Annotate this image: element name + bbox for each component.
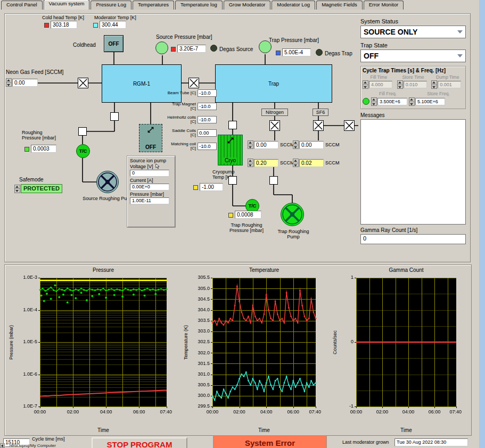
neon-gas-feed-control[interactable]: 0.00 <box>6 78 38 87</box>
sf6-setpoint-control[interactable]: 0.00 SCCM <box>293 140 340 149</box>
valve-square[interactable] <box>269 176 278 185</box>
trap-state-select[interactable]: OFF <box>360 49 466 62</box>
sccm-unit-label: SCCM <box>325 160 340 165</box>
nitrogen-flow-value[interactable]: 0.20 <box>254 159 278 167</box>
spinner-down-icon[interactable] <box>248 163 253 167</box>
neon-gas-feed-value[interactable]: 0.00 <box>12 79 38 87</box>
chart-title: Gamma Count <box>356 267 456 273</box>
sccm-unit-label: SCCM <box>280 142 294 147</box>
spinner-control[interactable] <box>293 140 299 149</box>
valve-square[interactable] <box>228 176 237 185</box>
sf6-flow-value[interactable]: 0.02 <box>299 159 324 167</box>
tab[interactable]: Moderator Log <box>272 1 315 10</box>
spinner-down-icon[interactable] <box>15 189 20 193</box>
spinner-control[interactable] <box>6 78 12 87</box>
valve-icon[interactable] <box>269 120 280 131</box>
store-time-value[interactable]: 0.010 <box>404 81 427 88</box>
trap-roughing-pump <box>281 203 304 226</box>
spinner-up-icon[interactable] <box>248 159 253 163</box>
source-pressure-indicator <box>171 47 176 52</box>
spinner-down-icon[interactable] <box>248 145 253 149</box>
degas-source-led[interactable] <box>210 45 217 52</box>
trap-state-value: OFF <box>364 52 379 60</box>
system-error-indicator: System Error <box>213 435 327 448</box>
spinner-down-icon[interactable] <box>372 102 376 106</box>
tab-label: Control Panel <box>6 2 37 7</box>
nitrogen-setpoint-control[interactable]: 0.00 SCCM <box>248 140 294 149</box>
tab[interactable]: Vacuum system <box>44 0 90 10</box>
spinner-up-icon[interactable] <box>293 159 298 163</box>
spinner-control[interactable] <box>371 97 377 106</box>
moderator-temp-label: Moderator Temp [K] <box>94 15 136 20</box>
diagonal-arrow-icon <box>227 137 234 144</box>
nitrogen-setpoint-value[interactable]: 0.00 <box>254 141 278 149</box>
roughing-pressure-indicator <box>24 147 29 152</box>
spinner-up-icon[interactable] <box>409 98 414 102</box>
valve-square[interactable] <box>78 127 87 136</box>
fill-time-value[interactable]: 4.000 <box>369 81 392 88</box>
spinner-control[interactable] <box>409 97 415 106</box>
spinner-control[interactable] <box>14 185 20 193</box>
spinner-up-icon[interactable] <box>15 185 20 189</box>
degas-trap-led[interactable] <box>316 49 323 56</box>
sf6-flow-control[interactable]: 0.02 SCCM <box>293 159 340 167</box>
tab[interactable]: Control Panel <box>1 1 43 10</box>
spinner-up-icon[interactable] <box>398 81 402 85</box>
cryopump-temp-value: -1.00 <box>200 183 223 191</box>
valve-square[interactable] <box>110 112 119 121</box>
spinner-control[interactable] <box>363 80 368 89</box>
system-status-select[interactable]: SOURCE ONLY <box>360 26 466 38</box>
trap-pressure-label: Trap Pressure [mbar] <box>269 37 319 43</box>
valve-icon[interactable] <box>78 78 88 88</box>
valve-square[interactable] <box>228 121 237 129</box>
source-ion-pump-valve[interactable]: OFF <box>139 124 162 152</box>
spinner-control[interactable] <box>248 140 253 149</box>
stop-program-button[interactable]: STOP PROGRAM <box>92 437 187 448</box>
trap-pressure-indicator <box>276 51 281 55</box>
tab[interactable]: Magnetic Fields <box>316 1 363 10</box>
fan-icon <box>97 171 118 193</box>
spinner-up-icon[interactable] <box>248 141 253 145</box>
source-roughing-pump-label: Source Roughing Pump <box>83 196 134 201</box>
coldhead-off-button[interactable]: OFF <box>104 35 124 52</box>
pressure-chart-canvas <box>15 273 175 424</box>
spinner-control[interactable] <box>431 80 437 89</box>
sf6-setpoint-value[interactable]: 0.00 <box>299 141 324 149</box>
spinner-down-icon[interactable] <box>6 83 11 87</box>
dump-time-value[interactable]: 0.001 <box>438 81 461 88</box>
spinner-up-icon[interactable] <box>363 81 368 85</box>
spinner-down-icon[interactable] <box>409 102 414 106</box>
spinner-control[interactable] <box>248 159 253 167</box>
spinner-up-icon[interactable] <box>372 98 376 102</box>
taskbar-fragment: ...ntrol.lvproj/My Computer <box>0 443 101 448</box>
tab[interactable]: Grow Moderator <box>224 1 271 10</box>
scroll-left-icon[interactable] <box>0 443 5 448</box>
nitrogen-flow-control[interactable]: 0.20 SCCM <box>248 159 294 167</box>
spinner-down-icon[interactable] <box>293 145 298 149</box>
roughing-pressure-value: 0.0003 <box>31 145 56 153</box>
spinner-down-icon[interactable] <box>432 85 437 89</box>
spinner-down-icon[interactable] <box>293 163 298 167</box>
spinner-down-icon[interactable] <box>363 85 368 89</box>
valve-icon[interactable] <box>344 120 355 131</box>
store-freq-value[interactable]: 5.100E+6 <box>415 98 445 105</box>
safemode-control[interactable]: PROTECTED <box>14 184 62 193</box>
chart-ylabel: Temperature (K) <box>183 278 189 406</box>
spinner-control[interactable] <box>293 159 299 167</box>
fill-freq-value[interactable]: 3.500E+6 <box>377 98 407 105</box>
cryo-pump[interactable]: Cryo <box>218 135 243 165</box>
tab[interactable]: Temperatures <box>133 1 174 10</box>
tab-label: Temperatures <box>138 2 169 7</box>
spinner-up-icon[interactable] <box>6 79 11 83</box>
spinner-down-icon[interactable] <box>398 85 402 89</box>
trap-roughing-pump-label: Trap Roughing Pump <box>271 229 316 239</box>
tab[interactable]: Temperature log <box>175 1 223 10</box>
spinner-up-icon[interactable] <box>432 81 437 85</box>
spinner-control[interactable] <box>397 80 403 89</box>
store-freq-label: Store Freq. <box>413 91 464 96</box>
spinner-up-icon[interactable] <box>293 141 298 145</box>
source-pressure-label: Source Pressure [mbar] <box>156 34 212 40</box>
tab[interactable]: Pressure Log <box>91 1 131 10</box>
tab[interactable]: Error Monitor <box>364 1 404 10</box>
valve-icon[interactable] <box>313 120 324 131</box>
